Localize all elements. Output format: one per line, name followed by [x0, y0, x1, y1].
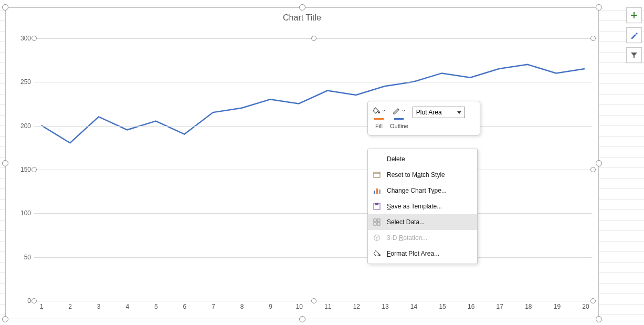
chevron-down-icon: [402, 108, 406, 113]
y-axis-tick-label: 0: [27, 297, 31, 305]
x-axis-tick-label: 12: [353, 303, 360, 310]
reset-icon: [372, 171, 382, 179]
gridline: [34, 126, 592, 127]
y-axis-tick-label: 300: [20, 35, 31, 42]
selection-handle[interactable]: [2, 316, 8, 322]
selection-handle[interactable]: [2, 4, 8, 11]
selectdata-icon: [372, 218, 382, 226]
x-axis-tick-label: 11: [324, 303, 331, 310]
gridline: [34, 213, 592, 214]
context-menu-item-label: 3-D Rotation...: [387, 234, 427, 242]
fill-label: Fill: [375, 123, 383, 129]
context-menu-item[interactable]: Delete: [368, 151, 477, 167]
svg-rect-7: [377, 219, 380, 222]
context-menu-item[interactable]: Select Data...: [368, 214, 477, 230]
context-menu-item[interactable]: Reset to Match Style: [368, 167, 477, 183]
plot-area-selection-handle[interactable]: [590, 167, 596, 172]
chart-side-buttons: [626, 7, 642, 63]
svg-rect-2: [376, 188, 378, 194]
svg-rect-8: [374, 223, 376, 225]
gridline: [34, 257, 592, 258]
plot-area[interactable]: 0501001502002503001234567891011121314151…: [34, 38, 592, 300]
chart-element-selector-value: Plot Area: [416, 109, 442, 116]
x-axis-tick-label: 3: [97, 303, 101, 310]
svg-rect-9: [377, 223, 380, 225]
cube-icon: [372, 234, 382, 242]
fill-color-swatch: [374, 118, 384, 120]
plot-area-selection-handle[interactable]: [31, 298, 37, 303]
svg-rect-5: [375, 203, 378, 205]
charttype-icon: [372, 186, 382, 195]
chart-object[interactable]: Chart Title 0501001502002503001234567891…: [5, 7, 599, 319]
context-menu-item-label: Change Chart Type...: [387, 187, 447, 194]
outline-label: Outline: [390, 123, 408, 129]
plot-area-selection-handle[interactable]: [311, 298, 316, 303]
context-menu-item-label: Select Data...: [387, 218, 425, 226]
y-axis-tick-label: 50: [24, 254, 31, 261]
outline-tool[interactable]: Outline: [390, 104, 408, 129]
format-icon: [372, 249, 382, 258]
svg-rect-1: [374, 191, 375, 194]
context-menu-item-label: Format Plot Area...: [387, 250, 439, 257]
outline-color-swatch: [394, 118, 404, 120]
selection-handle[interactable]: [299, 316, 305, 322]
svg-rect-3: [379, 190, 381, 194]
x-axis-tick-label: 20: [582, 303, 589, 310]
selection-handle[interactable]: [2, 160, 8, 166]
y-axis-tick-label: 100: [20, 209, 31, 217]
chart-filters-button[interactable]: [626, 47, 642, 63]
chevron-down-icon: [382, 108, 386, 113]
context-menu-item-label: Reset to Match Style: [387, 171, 445, 179]
x-axis-tick-label: 6: [183, 303, 187, 310]
selection-handle[interactable]: [596, 160, 602, 166]
plot-area-selection-handle[interactable]: [311, 36, 316, 41]
x-axis-tick-label: 10: [296, 303, 303, 310]
plot-area-selection-handle[interactable]: [31, 167, 37, 172]
plus-icon: [630, 11, 638, 19]
plot-area-selection-handle[interactable]: [590, 298, 596, 303]
paint-bucket-icon: [372, 107, 381, 115]
y-axis-tick-label: 150: [20, 166, 31, 173]
pen-icon: [392, 107, 400, 115]
x-axis-tick-label: 14: [410, 303, 417, 310]
x-axis-tick-label: 5: [154, 303, 158, 310]
x-axis-tick-label: 13: [382, 303, 388, 310]
x-axis-tick-label: 8: [240, 303, 244, 310]
series-line[interactable]: [34, 38, 592, 300]
chart-elements-button[interactable]: [626, 7, 642, 23]
x-axis-tick-label: 9: [269, 303, 272, 310]
context-menu-item-label: Save as Template...: [387, 203, 442, 210]
svg-rect-6: [374, 219, 376, 222]
plot-area-selection-handle[interactable]: [31, 36, 37, 41]
x-axis-tick-label: 15: [439, 303, 446, 310]
selection-handle[interactable]: [596, 4, 602, 11]
funnel-icon: [630, 51, 638, 59]
x-axis-tick-label: 4: [125, 303, 129, 310]
gridline: [34, 82, 592, 82]
context-menu-item[interactable]: Save as Template...: [368, 198, 477, 214]
context-menu-item-label: Delete: [387, 155, 405, 163]
context-menu-item[interactable]: Change Chart Type...: [368, 183, 477, 198]
plot-area-selection-handle[interactable]: [590, 36, 596, 41]
savetpl-icon: [372, 202, 382, 211]
x-axis-tick-label: 18: [525, 303, 532, 310]
gridline: [34, 170, 592, 170]
x-axis-tick-label: 7: [212, 303, 215, 310]
chart-styles-button[interactable]: [626, 27, 642, 43]
mini-toolbar: Fill Outline Plot Area: [367, 101, 480, 135]
brush-icon: [630, 31, 638, 39]
y-axis-tick-label: 250: [20, 78, 31, 86]
x-axis-tick-label: 16: [468, 303, 474, 310]
context-menu: DeleteReset to Match StyleChange Chart T…: [367, 149, 478, 264]
chart-element-selector[interactable]: Plot Area: [413, 107, 465, 118]
x-axis-tick-label: 19: [554, 303, 561, 310]
x-axis-tick-label: 2: [68, 303, 72, 310]
x-axis-tick-label: 1: [40, 303, 44, 310]
selection-handle[interactable]: [299, 4, 305, 11]
context-menu-item[interactable]: Format Plot Area...: [368, 246, 477, 261]
y-axis-tick-label: 200: [20, 122, 31, 130]
fill-tool[interactable]: Fill: [372, 104, 386, 129]
x-axis-tick-label: 17: [497, 303, 503, 310]
selection-handle[interactable]: [596, 316, 602, 322]
context-menu-item: 3-D Rotation...: [368, 230, 477, 246]
